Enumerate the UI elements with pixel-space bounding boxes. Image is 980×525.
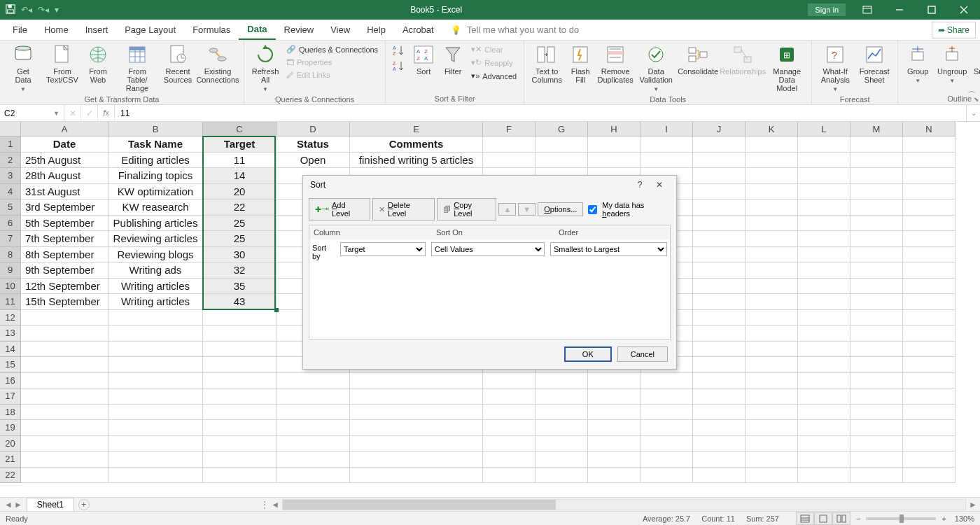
consolidate-button[interactable]: Consolidate [677, 42, 719, 77]
recent-sources-button[interactable]: RecentSources [161, 42, 195, 85]
cell[interactable] [588, 405, 640, 421]
zoom-slider[interactable] [866, 517, 936, 520]
cell[interactable]: Date [21, 136, 108, 153]
cell[interactable] [693, 168, 746, 184]
ok-button[interactable]: OK [564, 346, 612, 362]
cell[interactable] [850, 420, 903, 436]
tab-home[interactable]: Home [36, 20, 77, 39]
cell[interactable] [798, 231, 850, 247]
cell[interactable]: Reviewing articles [108, 231, 203, 247]
group-button[interactable]: Group▼ [902, 42, 933, 87]
cell[interactable] [693, 342, 746, 358]
cell[interactable] [850, 405, 903, 421]
row-header[interactable]: 20 [0, 436, 21, 452]
formula-input[interactable]: 11 [115, 105, 966, 121]
row-header[interactable]: 1 [0, 136, 21, 153]
cell[interactable] [693, 405, 746, 421]
cell[interactable] [850, 200, 903, 216]
cell[interactable] [746, 451, 798, 468]
cell[interactable] [903, 184, 955, 200]
cell[interactable] [693, 436, 746, 452]
refresh-all-button[interactable]: RefreshAll▼ [248, 42, 282, 95]
existing-connections-button[interactable]: ExistingConnections [196, 42, 239, 85]
row-header[interactable]: 2 [0, 153, 21, 169]
row-header[interactable]: 13 [0, 326, 21, 342]
name-box[interactable]: C2▼ [0, 105, 64, 121]
cell[interactable] [588, 153, 640, 169]
cell[interactable] [588, 388, 640, 405]
cell[interactable] [350, 420, 483, 436]
cell[interactable] [483, 136, 536, 153]
cell[interactable] [746, 136, 798, 153]
delete-level-button[interactable]: ✕Delete Level [372, 198, 435, 220]
row-header[interactable]: 14 [0, 342, 21, 358]
cell[interactable] [850, 279, 903, 295]
cell[interactable] [746, 388, 798, 405]
cell[interactable] [850, 184, 903, 200]
cell[interactable] [693, 216, 746, 232]
minimize-icon[interactable] [883, 0, 916, 20]
cell[interactable] [203, 436, 276, 452]
cell[interactable] [203, 451, 276, 468]
cell[interactable] [798, 468, 850, 484]
cell[interactable] [746, 231, 798, 247]
cell[interactable]: Reviewing blogs [108, 247, 203, 263]
cell[interactable] [276, 420, 350, 436]
cell[interactable] [903, 388, 955, 405]
column-header-M[interactable]: M [850, 122, 903, 136]
cell[interactable] [693, 310, 746, 326]
cell[interactable] [903, 153, 955, 169]
collapse-ribbon-icon[interactable]: ︿ [968, 85, 976, 96]
tab-insert[interactable]: Insert [77, 20, 117, 39]
cell[interactable] [693, 231, 746, 247]
cell[interactable] [108, 326, 203, 342]
cell[interactable] [693, 420, 746, 436]
cell[interactable] [798, 373, 850, 389]
cell[interactable] [903, 405, 955, 421]
cell[interactable] [903, 326, 955, 342]
cell[interactable] [588, 468, 640, 484]
cell[interactable] [746, 468, 798, 484]
cell[interactable] [798, 216, 850, 232]
sort-button[interactable]: AZZASort [410, 42, 438, 77]
cell[interactable] [693, 373, 746, 389]
new-sheet-button[interactable]: + [78, 499, 90, 510]
advanced-filter-button[interactable]: ▾»Advanced [468, 70, 519, 82]
tab-view[interactable]: View [322, 20, 358, 39]
sort-column-select[interactable]: Target [340, 242, 426, 256]
row-header[interactable]: 9 [0, 262, 21, 279]
cell[interactable] [850, 262, 903, 279]
cell[interactable]: Writing ads [108, 262, 203, 279]
cell[interactable] [798, 388, 850, 405]
tab-acrobat[interactable]: Acrobat [394, 20, 442, 39]
from-web-button[interactable]: FromWeb [83, 42, 113, 85]
cell[interactable] [798, 436, 850, 452]
cell[interactable] [746, 184, 798, 200]
cell[interactable] [588, 436, 640, 452]
tell-me-input[interactable]: Tell me what you want to do [467, 24, 579, 35]
cell[interactable]: 25 [203, 216, 276, 232]
close-icon[interactable]: ✕ [650, 180, 669, 190]
cell[interactable] [21, 451, 108, 468]
cell[interactable] [798, 326, 850, 342]
cell[interactable] [21, 310, 108, 326]
cell[interactable] [108, 310, 203, 326]
row-header[interactable]: 18 [0, 405, 21, 421]
cell[interactable]: 15th September [21, 294, 108, 310]
cell[interactable]: 28th August [21, 168, 108, 184]
cell[interactable] [903, 436, 955, 452]
row-header[interactable]: 8 [0, 247, 21, 263]
cell[interactable] [483, 405, 536, 421]
cell[interactable] [483, 420, 536, 436]
cell[interactable] [693, 200, 746, 216]
cell[interactable]: 3rd September [21, 200, 108, 216]
cell[interactable] [536, 405, 588, 421]
cell[interactable]: 20 [203, 184, 276, 200]
cell[interactable] [203, 420, 276, 436]
cancel-formula-icon[interactable]: ✕ [64, 105, 81, 121]
row-header[interactable]: 15 [0, 357, 21, 373]
cell[interactable] [746, 247, 798, 263]
cell[interactable] [798, 342, 850, 358]
cell[interactable] [903, 231, 955, 247]
cell[interactable] [21, 326, 108, 342]
